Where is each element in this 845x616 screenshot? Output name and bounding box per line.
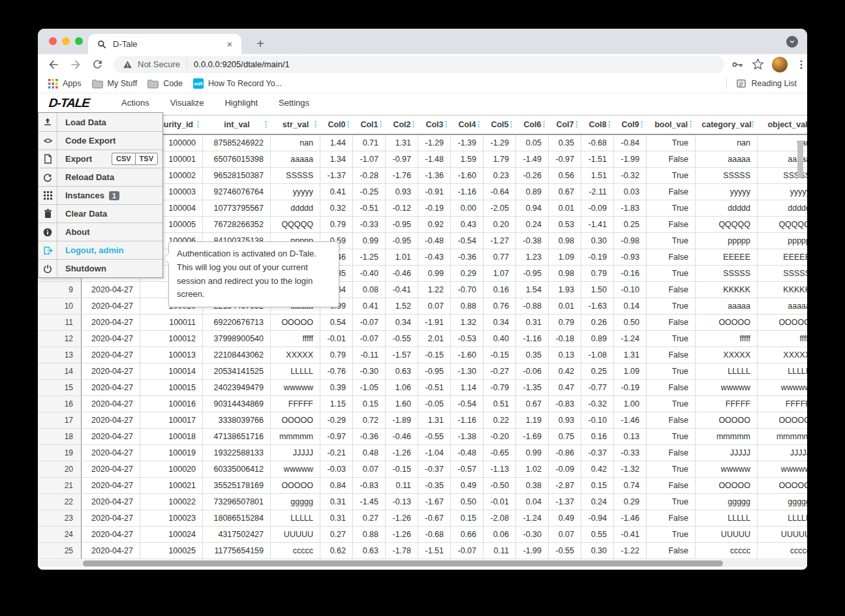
data-cell[interactable]: 0.49 [549, 510, 581, 527]
data-cell[interactable]: -1.46 [614, 412, 647, 429]
data-cell[interactable]: 0.01 [549, 200, 581, 217]
data-cell[interactable]: 11775654159 [203, 543, 271, 559]
menu-item-about[interactable]: About [38, 223, 162, 241]
data-cell[interactable]: LLLLL [758, 510, 807, 527]
data-cell[interactable]: -0.19 [614, 380, 647, 396]
data-cell[interactable]: -0.36 [451, 249, 484, 266]
data-cell[interactable]: -1.46 [614, 510, 647, 527]
data-cell[interactable]: 0.47 [549, 380, 581, 396]
data-cell[interactable]: 69220676713 [203, 315, 271, 331]
data-cell[interactable]: 0.41 [320, 184, 353, 200]
data-cell[interactable]: wwwww [758, 380, 807, 396]
data-cell[interactable]: -0.95 [386, 233, 418, 249]
data-cell[interactable]: -0.18 [549, 331, 581, 347]
column-header-Col9[interactable]: Col9⋮ [614, 116, 647, 134]
data-cell[interactable]: OOOOO [271, 412, 320, 429]
data-cell[interactable]: 2020-04-27 [82, 429, 140, 445]
data-cell[interactable]: -0.03 [320, 461, 353, 478]
data-cell[interactable]: 0.76 [484, 298, 516, 315]
data-cell[interactable]: -1.16 [451, 184, 484, 200]
data-cell[interactable]: 100019 [140, 445, 203, 461]
data-cell[interactable]: 0.11 [386, 478, 418, 494]
data-cell[interactable]: 87585246922 [203, 135, 271, 151]
data-cell[interactable]: EEEEE [696, 249, 758, 266]
column-menu-icon[interactable]: ⋮ [749, 121, 756, 128]
data-cell[interactable]: False [647, 543, 696, 559]
data-cell[interactable]: -0.68 [581, 135, 614, 151]
data-cell[interactable]: 1.23 [516, 249, 549, 266]
data-cell[interactable]: 2020-04-27 [82, 412, 140, 429]
data-cell[interactable]: 0.13 [614, 429, 647, 445]
data-cell[interactable]: -0.16 [614, 266, 647, 282]
data-cell[interactable]: ppppp [696, 233, 758, 249]
reading-list-icon[interactable] [736, 78, 746, 89]
data-cell[interactable]: -0.83 [549, 396, 581, 412]
data-cell[interactable]: -0.01 [320, 331, 353, 347]
data-cell[interactable]: 0.92 [418, 217, 451, 233]
data-cell[interactable]: ggggg [758, 494, 807, 510]
column-header-str_val[interactable]: str_val⋮ [271, 116, 320, 134]
data-cell[interactable]: fffff [271, 331, 320, 347]
data-cell[interactable]: wwwww [696, 380, 758, 396]
data-cell[interactable]: FFFFF [696, 396, 758, 412]
data-cell[interactable]: 0.25 [614, 217, 647, 233]
data-cell[interactable]: -0.01 [484, 494, 516, 510]
data-cell[interactable]: 1.59 [451, 151, 484, 168]
data-cell[interactable]: -0.07 [353, 315, 386, 331]
data-cell[interactable]: yyyyy [271, 184, 320, 200]
column-header-bool_val[interactable]: bool_val⋮ [647, 116, 696, 134]
data-cell[interactable]: 0.07 [353, 461, 386, 478]
data-cell[interactable]: False [647, 445, 696, 461]
data-cell[interactable]: ddddd [271, 200, 320, 217]
new-tab-button[interactable]: + [251, 35, 269, 53]
column-header-Col8[interactable]: Col8⋮ [581, 116, 614, 134]
data-cell[interactable]: -0.33 [614, 445, 647, 461]
data-cell[interactable]: 2020-04-27 [82, 380, 140, 396]
column-menu-icon[interactable]: ⋮ [312, 121, 319, 128]
data-cell[interactable]: -1.37 [320, 168, 353, 184]
data-cell[interactable]: True [647, 298, 696, 315]
data-cell[interactable]: 1.34 [320, 151, 353, 168]
data-cell[interactable]: -0.33 [353, 217, 386, 233]
data-cell[interactable]: -1.83 [614, 200, 647, 217]
data-cell[interactable]: 0.89 [516, 184, 549, 200]
data-cell[interactable]: -0.35 [418, 478, 451, 494]
data-cell[interactable]: -0.09 [549, 461, 581, 478]
data-cell[interactable]: 0.38 [516, 478, 549, 494]
data-cell[interactable]: 1.51 [581, 168, 614, 184]
browser-menu-icon[interactable] [795, 59, 807, 70]
data-cell[interactable]: 0.55 [581, 527, 614, 543]
data-cell[interactable]: True [647, 494, 696, 510]
data-cell[interactable]: 0.15 [581, 478, 614, 494]
data-cell[interactable]: ccccc [271, 543, 320, 559]
data-cell[interactable]: 100023 [140, 510, 203, 527]
data-cell[interactable]: 2020-04-27 [82, 461, 140, 478]
data-cell[interactable]: OOOOO [758, 478, 807, 494]
data-cell[interactable]: 3338039766 [203, 412, 271, 429]
data-cell[interactable]: 0.53 [549, 217, 581, 233]
data-cell[interactable]: -0.20 [484, 429, 516, 445]
data-cell[interactable]: -0.79 [484, 380, 516, 396]
data-cell[interactable]: -1.05 [353, 380, 386, 396]
data-cell[interactable]: -0.83 [353, 478, 386, 494]
data-cell[interactable]: nan [271, 135, 320, 151]
data-cell[interactable]: 0.31 [320, 510, 353, 527]
data-cell[interactable]: True [647, 135, 696, 151]
data-cell[interactable]: 2020-04-27 [82, 363, 140, 380]
data-cell[interactable]: UUUUU [758, 527, 807, 543]
profile-avatar[interactable] [772, 57, 788, 72]
data-cell[interactable]: 1.14 [451, 380, 484, 396]
data-cell[interactable]: -1.69 [516, 429, 549, 445]
data-cell[interactable]: 0.15 [451, 510, 484, 527]
data-cell[interactable]: 90314434869 [203, 396, 271, 412]
data-cell[interactable]: KKKKK [758, 282, 807, 298]
data-cell[interactable]: QQQQQ [271, 217, 320, 233]
data-cell[interactable]: FFFFF [271, 396, 320, 412]
data-cell[interactable]: 0.34 [484, 315, 516, 331]
column-menu-icon[interactable]: ⋮ [687, 121, 694, 128]
forward-button[interactable] [69, 58, 82, 71]
data-cell[interactable]: 2020-04-27 [82, 527, 140, 543]
address-bar[interactable]: Not Secure 0.0.0.0:9205/dtale/main/1 [114, 56, 724, 73]
data-cell[interactable]: 0.23 [484, 168, 516, 184]
data-cell[interactable]: ddddd [696, 200, 758, 217]
